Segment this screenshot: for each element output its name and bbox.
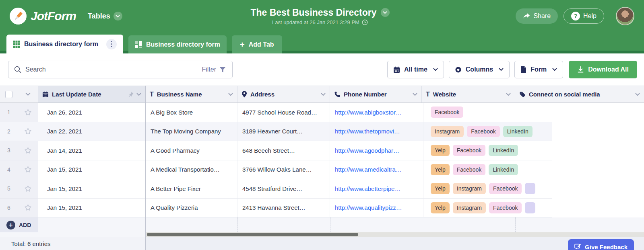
tab-menu-kebab-icon[interactable]	[106, 39, 117, 49]
cell-social-media[interactable]: InstagramFacebookLinkedIn	[423, 122, 552, 141]
title-chevron-icon[interactable]	[381, 8, 390, 17]
text-icon: T	[426, 91, 430, 98]
cell-social-media[interactable]: Facebook	[423, 103, 552, 122]
column-label: Phone Number	[344, 91, 387, 98]
website-link[interactable]: http://www.abetterpipe…	[335, 185, 400, 192]
star-icon[interactable]	[18, 122, 38, 141]
table-row[interactable]: 4Jan 15, 2021A Medical Transportatio…376…	[0, 160, 644, 180]
column-header-phone-number[interactable]: Phone Number	[330, 86, 422, 102]
user-avatar[interactable]	[616, 7, 634, 25]
cell-address[interactable]: 4977 School House Road…	[237, 103, 330, 122]
cell-business-name[interactable]: A Quality Pizzeria	[146, 199, 237, 218]
download-all-button[interactable]: Download All	[569, 61, 637, 78]
select-all-checkbox[interactable]	[0, 86, 18, 102]
form-document-icon	[520, 66, 526, 73]
social-chip: Yelp	[431, 145, 450, 156]
table-row[interactable]: 2Jan 22, 2021The Top Moving Company3189 …	[0, 122, 644, 141]
column-header-connect-on-social-media[interactable]: Connect on social media	[515, 86, 644, 102]
cell-address[interactable]: 4548 Stratford Drive…	[237, 179, 330, 199]
chevron-down-icon[interactable]	[413, 93, 417, 96]
product-label: Tables	[88, 12, 110, 20]
cell-website: http://www.abigboxstor…	[330, 103, 423, 122]
cell-last-update-date[interactable]: Jan 15, 2021	[38, 160, 146, 180]
website-link[interactable]: http://www.aqualitypizz…	[335, 204, 402, 211]
cell-business-name[interactable]: The Top Moving Company	[146, 122, 237, 141]
column-header-business-name[interactable]: T Business Name	[146, 86, 237, 102]
cell-business-name[interactable]: A Big Box Store	[146, 103, 237, 122]
social-chip: Yelp	[431, 183, 450, 194]
time-filter-button[interactable]: All time	[387, 61, 444, 78]
pinned-column-divider	[145, 86, 146, 250]
table-row[interactable]: 3Jan 14, 2021A Good Pharmacy648 Beech St…	[0, 141, 644, 160]
cell-social-media[interactable]: YelpFacebookLinkedIn	[423, 160, 552, 180]
website-link[interactable]: http://www.agoodphar…	[335, 147, 399, 154]
website-link[interactable]: http://www.thetopmovi…	[335, 128, 400, 135]
chevron-down-icon[interactable]	[136, 93, 141, 96]
filter-button[interactable]: Filter	[195, 61, 232, 78]
filter-funnel-icon	[219, 67, 226, 73]
share-icon	[523, 13, 530, 19]
cell-last-update-date[interactable]: Jan 15, 2021	[38, 199, 146, 218]
website-link[interactable]: http://www.amedicaltra…	[335, 166, 402, 173]
cell-last-update-date[interactable]: Jan 14, 2021	[38, 141, 146, 160]
add-tab-button[interactable]: + Add Tab	[232, 35, 282, 53]
cell-social-media[interactable]: YelpInstagramFacebook	[423, 199, 552, 218]
column-header-address[interactable]: Address	[237, 86, 330, 102]
table-row[interactable]: 5Jan 15, 2021A Better Pipe Fixer4548 Str…	[0, 179, 644, 199]
website-link[interactable]: http://www.abigboxstor…	[335, 109, 402, 116]
form-button[interactable]: Form	[514, 61, 563, 78]
cell-business-name[interactable]: A Medical Transportatio…	[146, 160, 237, 180]
scrollbar-track[interactable]	[146, 232, 644, 237]
last-updated: Last updated at 26 Jan 2021 3:29 PM	[272, 19, 368, 25]
columns-button[interactable]: Columns	[449, 61, 510, 78]
cell-social-media[interactable]: YelpFacebookLinkedIn	[423, 141, 552, 160]
cell-address[interactable]: 2413 Havanna Street…	[237, 199, 330, 218]
column-header-website[interactable]: T Website	[422, 86, 515, 102]
cell-social-media[interactable]: YelpInstagramFacebook	[423, 179, 552, 199]
search-icon	[14, 66, 21, 73]
cell-address[interactable]: 648 Beech Street…	[237, 141, 330, 160]
social-chip: Yelp	[431, 164, 450, 175]
table-row[interactable]: 6Jan 15, 2021A Quality Pizzeria2413 Hava…	[0, 199, 644, 218]
search-input[interactable]	[21, 66, 195, 73]
column-header-last-update-date[interactable]: Last Update Date	[38, 86, 146, 102]
cell-last-update-date[interactable]: Jan 15, 2021	[38, 179, 146, 199]
cell-last-update-date[interactable]: Jan 22, 2021	[38, 122, 146, 141]
selection-menu-chevron[interactable]	[18, 86, 38, 102]
social-chip: Facebook	[467, 126, 500, 137]
table-header-row: Last Update Date T Business Name	[0, 86, 644, 103]
product-switcher[interactable]: Tables	[88, 12, 122, 20]
chevron-down-icon[interactable]	[321, 93, 326, 96]
table-row[interactable]: 1Jan 26, 2021A Big Box Store4977 School …	[0, 103, 644, 122]
tab-business-directory-table[interactable]: Business directory form	[6, 35, 123, 53]
jotform-logo[interactable]: JotForm	[10, 8, 76, 25]
add-entry-button[interactable]: + ADD	[0, 217, 38, 232]
cell-address[interactable]: 3766 Willow Oaks Lane…	[237, 160, 330, 180]
page-title: The Best Business Directory	[250, 7, 376, 18]
add-tab-label: Add Tab	[249, 41, 274, 48]
pin-icon[interactable]	[128, 91, 134, 98]
data-table: Last Update Date T Business Name	[0, 86, 644, 250]
chevron-down-icon[interactable]	[228, 93, 233, 96]
calendar-icon	[42, 91, 49, 98]
star-icon[interactable]	[18, 179, 38, 199]
cell-business-name[interactable]: A Good Pharmacy	[146, 141, 237, 160]
chevron-down-icon[interactable]	[506, 93, 511, 96]
star-icon[interactable]	[18, 141, 38, 160]
help-button[interactable]: ? Help	[564, 8, 604, 24]
social-chip: LinkedIn	[489, 164, 518, 175]
chevron-down-icon[interactable]	[635, 93, 640, 96]
scrollbar-thumb[interactable]	[147, 233, 358, 236]
give-feedback-button[interactable]: Give Feedback	[568, 239, 634, 250]
star-icon[interactable]	[18, 103, 38, 122]
cell-address[interactable]: 3189 Heavner Court…	[237, 122, 330, 141]
star-icon[interactable]	[18, 160, 38, 180]
time-filter-label: All time	[404, 66, 427, 73]
share-button[interactable]: Share	[516, 8, 558, 24]
column-label: Website	[433, 91, 456, 98]
tab-business-directory-report[interactable]: Business directory form	[128, 35, 227, 53]
total-entries: Total: 6 entries	[0, 237, 146, 250]
cell-business-name[interactable]: A Better Pipe Fixer	[146, 179, 237, 199]
cell-last-update-date[interactable]: Jan 26, 2021	[38, 103, 146, 122]
star-icon[interactable]	[18, 199, 38, 218]
